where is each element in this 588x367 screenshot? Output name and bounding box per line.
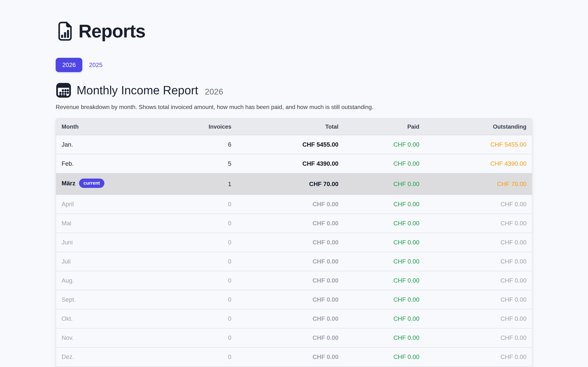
month-label: Feb. — [61, 160, 74, 167]
total-cell: CHF 4390.00 — [237, 154, 344, 173]
month-cell: Sept. — [56, 290, 170, 309]
total-cell: CHF 5455.00 — [237, 135, 344, 154]
paid-cell: CHF 0.00 — [344, 328, 425, 347]
outstanding-cell: CHF 4390.00 — [425, 154, 532, 173]
reports-page: Reports 2026 2025 Monthly Income Report … — [56, 0, 532, 367]
total-cell: CHF 0.00 — [237, 214, 344, 233]
month-cell: Mai — [56, 214, 170, 233]
footer-label-cell: Total 2026 — [56, 366, 170, 367]
tab-2025[interactable]: 2025 — [89, 61, 102, 68]
table-row: Juni0CHF 0.00CHF 0.00CHF 0.00 — [56, 233, 532, 252]
table-row: Okt.0CHF 0.00CHF 0.00CHF 0.00 — [56, 309, 532, 328]
month-cell: April — [56, 194, 170, 214]
current-badge: current — [79, 179, 104, 188]
paid-cell: CHF 0.00 — [344, 233, 425, 252]
month-cell: Märzcurrent — [56, 173, 170, 194]
tab-2026[interactable]: 2026 — [56, 58, 82, 72]
invoices-cell: 6 — [170, 135, 237, 154]
outstanding-cell: CHF 0.00 — [425, 309, 532, 328]
paid-cell: CHF 0.00 — [344, 290, 425, 309]
table-row: Jan.6CHF 5455.00CHF 0.00CHF 5455.00 — [56, 135, 532, 154]
footer-paid-cell: CHF 0.00 — [344, 366, 425, 367]
month-label: Juni — [61, 239, 73, 246]
table-row: Feb.5CHF 4390.00CHF 0.00CHF 4390.00 — [56, 154, 532, 173]
footer-outstanding-cell: CHF 9915.00 — [425, 366, 532, 367]
table-row: Aug.0CHF 0.00CHF 0.00CHF 0.00 — [56, 271, 532, 290]
table-row: Mai0CHF 0.00CHF 0.00CHF 0.00 — [56, 214, 532, 233]
invoices-cell: 0 — [170, 194, 237, 214]
month-cell: Okt. — [56, 309, 170, 328]
total-cell: CHF 70.00 — [237, 173, 344, 194]
month-cell: Jan. — [56, 135, 170, 154]
total-cell: CHF 0.00 — [237, 194, 344, 214]
total-cell: CHF 0.00 — [237, 271, 344, 290]
total-cell: CHF 0.00 — [237, 347, 344, 366]
invoices-cell: 0 — [170, 233, 237, 252]
year-tabs: 2026 2025 — [56, 58, 532, 72]
total-cell: CHF 0.00 — [237, 328, 344, 347]
month-cell: Juli — [56, 252, 170, 271]
column-header-month: Month — [56, 119, 170, 135]
table-row: Sept.0CHF 0.00CHF 0.00CHF 0.00 — [56, 290, 532, 309]
outstanding-cell: CHF 0.00 — [425, 194, 532, 214]
document-bar-chart-icon — [58, 21, 72, 41]
paid-cell: CHF 0.00 — [344, 135, 425, 154]
invoices-cell: 0 — [170, 347, 237, 366]
table-footer-row: Total 2026 12 CHF 9915.00 CHF 0.00 CHF 9… — [56, 366, 532, 367]
outstanding-cell: CHF 0.00 — [425, 252, 532, 271]
paid-cell: CHF 0.00 — [344, 347, 425, 366]
month-label: März — [61, 180, 75, 187]
monthly-income-table: Month Invoices Total Paid Outstanding Ja… — [56, 119, 532, 367]
month-label: Juli — [61, 258, 71, 265]
page-header: Reports — [58, 21, 532, 42]
table-row: Dez.0CHF 0.00CHF 0.00CHF 0.00 — [56, 347, 532, 366]
report-description: Revenue breakdown by month. Shows total … — [56, 103, 532, 111]
total-cell: CHF 0.00 — [237, 309, 344, 328]
calendar-icon — [56, 82, 71, 98]
outstanding-cell: CHF 0.00 — [425, 271, 532, 290]
invoices-cell: 0 — [170, 290, 237, 309]
paid-cell: CHF 0.00 — [344, 252, 425, 271]
table-row: Märzcurrent1CHF 70.00CHF 0.00CHF 70.00 — [56, 173, 532, 194]
month-label: April — [61, 201, 74, 208]
table-body: Jan.6CHF 5455.00CHF 0.00CHF 5455.00Feb.5… — [56, 135, 532, 366]
column-header-invoices: Invoices — [170, 119, 237, 135]
month-label: Sept. — [61, 296, 76, 303]
month-label: Nov. — [61, 334, 73, 341]
report-year: 2026 — [205, 87, 223, 97]
column-header-paid: Paid — [344, 119, 425, 135]
monthly-income-table-card: Month Invoices Total Paid Outstanding Ja… — [56, 118, 532, 367]
month-label: Okt. — [61, 315, 73, 322]
report-title: Monthly Income Report — [77, 83, 198, 97]
report-heading: Monthly Income Report 2026 — [56, 82, 532, 98]
table-row: Juli0CHF 0.00CHF 0.00CHF 0.00 — [56, 252, 532, 271]
month-label: Jan. — [61, 141, 73, 148]
month-cell: Juni — [56, 233, 170, 252]
month-label: Mai — [61, 220, 71, 227]
month-label: Dez. — [61, 353, 74, 360]
month-cell: Aug. — [56, 271, 170, 290]
paid-cell: CHF 0.00 — [344, 214, 425, 233]
month-cell: Nov. — [56, 328, 170, 347]
outstanding-cell: CHF 0.00 — [425, 290, 532, 309]
column-header-total: Total — [237, 119, 344, 135]
total-cell: CHF 0.00 — [237, 290, 344, 309]
footer-total-cell: CHF 9915.00 — [237, 366, 344, 367]
outstanding-cell: CHF 0.00 — [425, 347, 532, 366]
invoices-cell: 0 — [170, 252, 237, 271]
invoices-cell: 1 — [170, 173, 237, 194]
month-cell: Feb. — [56, 154, 170, 173]
table-header-row: Month Invoices Total Paid Outstanding — [56, 119, 532, 135]
invoices-cell: 5 — [170, 154, 237, 173]
table-row: April0CHF 0.00CHF 0.00CHF 0.00 — [56, 194, 532, 214]
column-header-outstanding: Outstanding — [425, 119, 532, 135]
outstanding-cell: CHF 5455.00 — [425, 135, 532, 154]
outstanding-cell: CHF 0.00 — [425, 328, 532, 347]
page-title: Reports — [78, 21, 145, 42]
total-cell: CHF 0.00 — [237, 252, 344, 271]
invoices-cell: 0 — [170, 214, 237, 233]
outstanding-cell: CHF 0.00 — [425, 233, 532, 252]
outstanding-cell: CHF 70.00 — [425, 173, 532, 194]
total-cell: CHF 0.00 — [237, 233, 344, 252]
footer-invoices-cell: 12 — [170, 366, 237, 367]
